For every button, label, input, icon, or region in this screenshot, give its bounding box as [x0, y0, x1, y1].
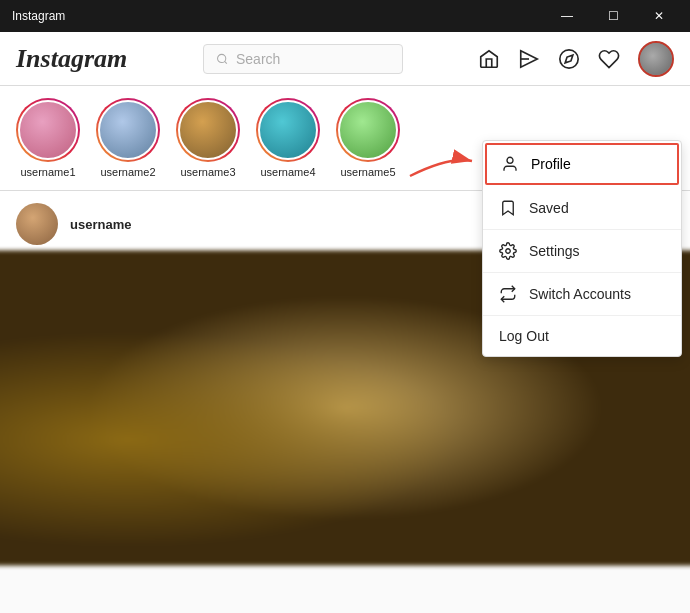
- person-icon: [501, 155, 519, 173]
- story-border: [336, 98, 400, 162]
- story-image: [258, 100, 318, 160]
- story-item[interactable]: username5: [336, 98, 400, 178]
- switch-menu-label: Switch Accounts: [529, 286, 631, 302]
- dropdown-menu: Profile Saved Setting: [482, 140, 682, 357]
- settings-icon: [499, 242, 517, 260]
- svg-point-4: [560, 49, 578, 67]
- title-bar-controls: — ☐ ✕: [544, 0, 682, 32]
- dropdown-item-saved[interactable]: Saved: [483, 187, 681, 230]
- story-item[interactable]: username1: [16, 98, 80, 178]
- story-item[interactable]: username3: [176, 98, 240, 178]
- maximize-button[interactable]: ☐: [590, 0, 636, 32]
- story-border: [176, 98, 240, 162]
- app-logo: Instagram: [16, 44, 127, 74]
- avatar-image: [640, 43, 672, 75]
- story-image: [98, 100, 158, 160]
- content-area: username1 username2 username3 username4: [0, 86, 690, 613]
- story-username: username4: [260, 166, 315, 178]
- app-window: Instagram: [0, 32, 690, 613]
- story-item[interactable]: username2: [96, 98, 160, 178]
- profile-avatar[interactable]: [638, 41, 674, 77]
- search-bar[interactable]: [203, 44, 403, 74]
- svg-point-0: [217, 54, 225, 62]
- story-image: [338, 100, 398, 160]
- dropdown-item-settings[interactable]: Settings: [483, 230, 681, 273]
- nav-icons: [478, 41, 674, 77]
- saved-menu-label: Saved: [529, 200, 569, 216]
- heart-icon[interactable]: [598, 48, 620, 70]
- minimize-button[interactable]: —: [544, 0, 590, 32]
- svg-marker-5: [565, 55, 573, 63]
- dropdown-item-switch[interactable]: Switch Accounts: [483, 273, 681, 316]
- dropdown-item-logout[interactable]: Log Out: [483, 316, 681, 356]
- home-icon[interactable]: [478, 48, 500, 70]
- story-username: username1: [20, 166, 75, 178]
- story-username: username2: [100, 166, 155, 178]
- top-nav: Instagram: [0, 32, 690, 86]
- svg-point-6: [507, 157, 513, 163]
- story-item[interactable]: username4: [256, 98, 320, 178]
- profile-menu-label: Profile: [531, 156, 571, 172]
- svg-line-1: [224, 61, 226, 63]
- compass-icon[interactable]: [558, 48, 580, 70]
- dropdown-item-profile[interactable]: Profile: [485, 143, 679, 185]
- poster-name: username: [70, 217, 131, 232]
- story-username: username3: [180, 166, 235, 178]
- search-input[interactable]: [236, 51, 390, 67]
- story-border: [256, 98, 320, 162]
- story-image: [178, 100, 238, 160]
- close-button[interactable]: ✕: [636, 0, 682, 32]
- svg-point-7: [506, 249, 511, 254]
- logout-menu-label: Log Out: [499, 328, 549, 344]
- settings-menu-label: Settings: [529, 243, 580, 259]
- story-username: username5: [340, 166, 395, 178]
- title-bar: Instagram — ☐ ✕: [0, 0, 690, 32]
- poster-avatar: [16, 203, 58, 245]
- story-image: [18, 100, 78, 160]
- story-border: [16, 98, 80, 162]
- search-icon: [216, 52, 228, 66]
- title-bar-text: Instagram: [12, 9, 65, 23]
- send-icon[interactable]: [518, 48, 540, 70]
- story-border: [96, 98, 160, 162]
- bookmark-icon: [499, 199, 517, 217]
- switch-icon: [499, 285, 517, 303]
